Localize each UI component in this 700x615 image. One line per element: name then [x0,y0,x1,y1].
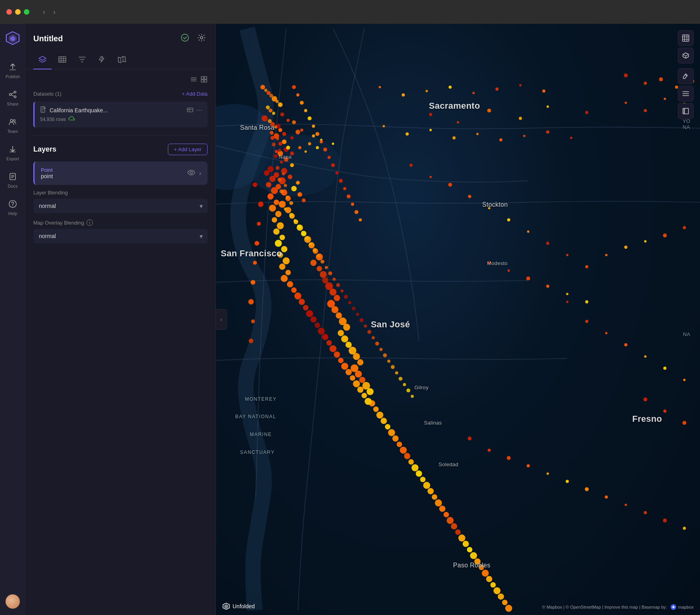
svg-point-199 [474,558,481,565]
svg-point-15 [12,206,13,206]
layer-blending-select[interactable]: normal additive subtractive [33,199,208,213]
svg-point-285 [585,300,588,304]
svg-rect-30 [201,80,204,82]
list-view-button[interactable] [190,76,197,85]
svg-point-338 [364,325,367,328]
close-button[interactable] [6,9,12,15]
svg-point-228 [429,129,432,131]
sidebar-item-help[interactable]: Help [0,194,25,221]
map-overlay-blending-select[interactable]: normal additive subtractive [33,229,208,243]
forward-button[interactable]: › [51,6,58,18]
settings-icon-button[interactable] [196,32,208,46]
svg-point-328 [325,266,328,269]
svg-point-62 [457,121,459,123]
svg-point-264 [326,340,332,346]
svg-point-5 [14,96,16,98]
svg-point-137 [320,140,323,143]
tab-filter[interactable] [73,52,91,69]
dataset-more-button[interactable]: ⋯ [196,107,202,113]
svg-point-252 [285,270,291,275]
svg-point-74 [278,102,283,107]
svg-point-132 [300,101,304,105]
sidebar-item-publish[interactable]: Publish [0,57,25,85]
tab-interactions[interactable] [93,52,111,69]
svg-point-261 [315,323,320,328]
svg-point-333 [344,295,348,299]
svg-rect-28 [201,77,204,79]
svg-point-331 [336,283,340,287]
sidebar-item-team[interactable]: Team [0,112,25,139]
svg-point-255 [291,287,297,293]
svg-point-344 [387,359,390,363]
svg-point-185 [420,477,426,482]
svg-point-174 [376,411,383,419]
dataset-item: California Earthquake... ⋯ [33,102,208,127]
svg-point-212 [644,356,646,358]
info-icon[interactable]: i [87,219,93,226]
svg-point-262 [318,328,325,335]
svg-point-339 [367,330,371,334]
svg-point-197 [467,547,473,553]
layer-expand-button[interactable]: › [199,170,201,177]
minimize-button[interactable] [15,9,21,15]
dataset-table-button[interactable] [187,107,193,114]
svg-point-192 [446,517,454,524]
svg-point-184 [416,471,422,477]
layer-panel-button[interactable] [678,103,694,119]
tab-map-style[interactable] [113,52,131,69]
svg-point-140 [331,163,335,167]
back-button[interactable]: ‹ [40,6,48,18]
add-layer-button[interactable]: + Add Layer [168,144,208,155]
svg-point-266 [334,352,340,358]
svg-point-284 [566,293,569,295]
svg-point-173 [373,406,379,412]
svg-point-126 [355,371,362,378]
layer-visibility-button[interactable] [187,170,195,177]
sidebar-item-export[interactable]: Export [0,139,25,167]
svg-point-257 [299,299,305,305]
sidebar-item-docs[interactable]: Docs [0,167,25,194]
svg-point-263 [322,334,329,340]
svg-point-39 [190,171,192,174]
svg-point-86 [288,175,292,179]
sidebar-item-share[interactable]: Share [0,85,25,112]
datasets-label: Datasets (1) [33,91,62,97]
svg-point-308 [278,149,281,152]
check-icon-button[interactable] [179,32,191,46]
svg-point-233 [546,131,549,134]
tab-layers[interactable] [33,52,52,69]
layers-section-header: Layers + Add Layer [33,144,208,155]
map-area[interactable]: Sacramento Santa Rosa Napa Stockton San … [216,24,700,615]
app-logo [5,30,21,48]
svg-point-141 [335,171,338,175]
3d-view-button[interactable] [678,48,694,63]
maximize-button[interactable] [24,9,29,15]
traffic-lights [6,9,29,15]
svg-point-50 [312,135,315,138]
grid-view-button[interactable] [200,76,208,85]
svg-point-280 [488,261,491,264]
svg-point-136 [315,132,319,136]
map-overlay-blending-row: normal additive subtractive ▾ [33,229,208,243]
draw-tool-button[interactable] [678,68,694,84]
user-avatar[interactable] [6,594,20,609]
map-view-button[interactable] [678,30,694,46]
layers-list-button[interactable] [678,86,694,102]
sidebar-item-help-label: Help [8,211,17,216]
svg-point-313 [277,178,281,182]
svg-point-219 [402,93,405,96]
svg-point-220 [425,90,428,92]
svg-point-148 [252,183,257,187]
map-overlay-label: Map Overlay Blending i [33,219,208,226]
panel-header: Untitled [25,24,215,46]
section-divider [33,135,208,136]
tab-table[interactable] [53,52,71,69]
svg-point-239 [267,193,274,200]
svg-point-259 [306,310,313,317]
add-data-button[interactable]: + Add Data [182,91,208,97]
svg-point-57 [275,150,278,153]
svg-point-187 [427,488,434,494]
panel-collapse-button[interactable]: ‹ [216,309,227,330]
svg-point-181 [404,453,410,459]
svg-point-123 [353,353,360,360]
